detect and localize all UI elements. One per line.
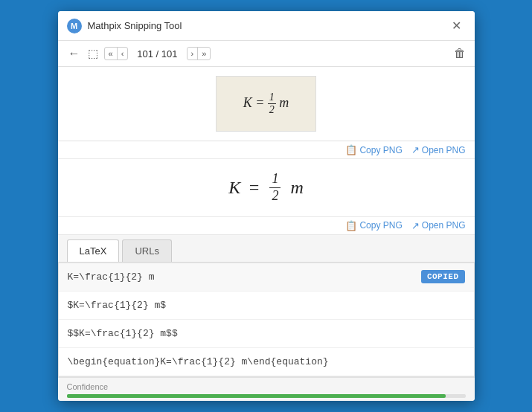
- formula-fraction: 1 2: [269, 171, 281, 204]
- latex-row-2-text: $$K=\frac{1}{2} m$$: [68, 328, 465, 339]
- nav-group-prev: « ‹: [104, 47, 129, 60]
- open-png-top-icon: ↗: [411, 144, 420, 155]
- copy-png-bottom-label: Copy PNG: [359, 220, 402, 231]
- latex-row-3[interactable]: \begin{equation}K=\frac{1}{2} m\end{equa…: [59, 348, 474, 376]
- formula-numerator: 1: [269, 171, 281, 188]
- back-button[interactable]: ←: [67, 45, 82, 62]
- confidence-label: Confidence: [67, 382, 466, 391]
- tab-latex[interactable]: LaTeX: [67, 239, 120, 262]
- window-title: Mathpix Snipping Tool: [88, 20, 182, 31]
- latex-row-2[interactable]: $$K=\frac{1}{2} m$$: [59, 320, 474, 348]
- formula-display: K = 1 2 m: [228, 171, 304, 204]
- page-indicator: 101 / 101: [137, 48, 177, 59]
- confidence-bar-bg: [67, 394, 466, 398]
- latex-content: K=\frac{1}{2} m COPIED $K=\frac{1}{2} m$…: [58, 263, 475, 377]
- nav-group-next: › »: [187, 47, 211, 60]
- copy-png-top-label: Copy PNG: [359, 145, 402, 155]
- copy-png-top-icon: 📋: [345, 144, 357, 155]
- copy-png-bottom-button[interactable]: 📋 Copy PNG: [345, 220, 402, 231]
- latex-row-0[interactable]: K=\frac{1}{2} m COPIED: [59, 263, 474, 292]
- copy-png-bar-top: 📋 Copy PNG ↗ Open PNG: [58, 141, 475, 159]
- tabs-section: LaTeX URLs: [58, 235, 475, 263]
- title-bar-left: M Mathpix Snipping Tool: [67, 19, 182, 33]
- trash-button[interactable]: 🗑: [454, 47, 466, 60]
- title-bar: M Mathpix Snipping Tool ✕: [58, 11, 475, 41]
- latex-row-3-text: \begin{equation}K=\frac{1}{2} m\end{equa…: [68, 356, 465, 367]
- open-png-bottom-label: Open PNG: [422, 220, 466, 231]
- formula-m: m: [290, 178, 303, 198]
- formula-image: K = 12 m: [243, 91, 289, 116]
- open-png-bottom-button[interactable]: ↗ Open PNG: [411, 220, 466, 231]
- nav-last-button[interactable]: »: [198, 48, 210, 59]
- app-icon: M: [67, 19, 82, 33]
- formula-denominator: 2: [269, 188, 281, 205]
- latex-row-0-text: K=\frac{1}{2} m: [68, 271, 421, 283]
- close-button[interactable]: ✕: [447, 17, 466, 34]
- latex-row-1-text: $K=\frac{1}{2} m$: [68, 300, 465, 311]
- tab-urls[interactable]: URLs: [122, 239, 172, 262]
- nav-prev-button[interactable]: ‹: [118, 48, 128, 59]
- nav-next-button[interactable]: ›: [188, 48, 199, 59]
- formula-section: K = 1 2 m: [58, 159, 475, 216]
- open-png-top-label: Open PNG: [422, 145, 466, 155]
- confidence-bar-fill: [67, 394, 446, 398]
- nav-first-button[interactable]: «: [105, 48, 118, 59]
- confidence-section: Confidence: [58, 377, 475, 401]
- copy-png-bottom-icon: 📋: [345, 220, 357, 231]
- main-window: M Mathpix Snipping Tool ✕ ← ⬚ « ‹ 101 / …: [58, 11, 475, 400]
- snipped-image: K = 12 m: [216, 76, 316, 132]
- formula-equals: =: [248, 178, 260, 198]
- latex-row-1[interactable]: $K=\frac{1}{2} m$: [59, 292, 474, 320]
- open-png-top-button[interactable]: ↗ Open PNG: [411, 144, 466, 155]
- copy-png-bar-bottom: 📋 Copy PNG ↗ Open PNG: [58, 217, 475, 235]
- toolbar: ← ⬚ « ‹ 101 / 101 › » 🗑: [58, 41, 475, 67]
- monitor-button[interactable]: ⬚: [88, 47, 98, 60]
- copy-png-top-button[interactable]: 📋 Copy PNG: [345, 144, 402, 155]
- image-section: K = 12 m: [58, 67, 475, 141]
- open-png-bottom-icon: ↗: [411, 220, 420, 231]
- copied-badge: COPIED: [421, 270, 465, 283]
- formula-k: K: [228, 178, 240, 198]
